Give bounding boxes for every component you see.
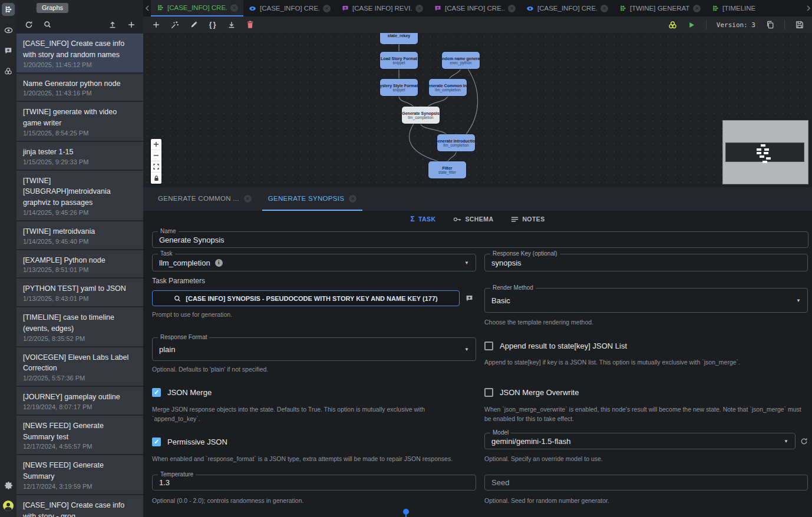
graph-list-item[interactable]: [EXAMPLE] Python node 1/13/2025, 8:51:01… <box>16 250 143 278</box>
graph-tab[interactable]: [TWINE] GENERAT... <box>613 0 706 16</box>
response-key-field[interactable]: Response Key (optional) synopsis <box>484 254 808 271</box>
tab-close-icon[interactable] <box>600 5 608 12</box>
tab-close-icon[interactable] <box>693 5 701 12</box>
tab-close-icon[interactable] <box>508 5 516 12</box>
json-merge-overwrite-checkbox-row[interactable]: JSON Merge Overwrite <box>484 388 579 397</box>
graph-node[interactable]: Generate Introduction llm_completion <box>437 134 475 151</box>
response-format-select[interactable]: Response Format plain <box>152 337 476 361</box>
tab-type-icon <box>156 4 164 12</box>
tabs-scroll-left-icon[interactable] <box>143 0 151 16</box>
minimap-node <box>766 157 771 160</box>
graph-list-item[interactable]: Name Generator python node 1/20/2025, 11… <box>16 74 143 101</box>
rail-account-button[interactable] <box>2 499 15 512</box>
minimap[interactable] <box>723 121 808 184</box>
zoom-out-button[interactable] <box>151 150 161 161</box>
graph-list-item[interactable]: [CASE_INFO] Create case info with story … <box>16 34 143 72</box>
graph-node[interactable]: Mystery Style Format... snippet <box>380 79 418 96</box>
panel-resize-handle[interactable] <box>403 509 409 515</box>
graph-tab[interactable]: [TIMELINE <box>706 0 798 16</box>
edit-pen-icon[interactable] <box>189 21 198 29</box>
auto-layout-wand-icon[interactable] <box>170 21 179 29</box>
node-editor-tab[interactable]: GENERATE COMMON ... <box>152 187 258 211</box>
graph-node[interactable]: Load Story Format snippet <box>380 52 418 69</box>
permissive-json-checkbox-row[interactable]: Permissive JSON <box>152 438 227 446</box>
lock-button[interactable] <box>151 173 161 184</box>
graph-list-item[interactable]: [TIMELINE] case to timeline (events, edg… <box>16 307 143 346</box>
copy-icon[interactable] <box>765 21 774 29</box>
zoom-in-button[interactable] <box>151 139 161 150</box>
graph-list-item[interactable]: [TWINE] generate with video game writer … <box>16 102 143 141</box>
temperature-field[interactable]: Temperature 1.3 <box>152 475 476 491</box>
graph-node[interactable]: Filter state_filter <box>428 161 466 178</box>
rail-hooks-button[interactable] <box>2 65 15 78</box>
add-node-icon[interactable] <box>151 21 160 29</box>
append-to-key-checkbox[interactable] <box>484 342 493 350</box>
graph-node[interactable]: random name genera... exec_python <box>442 52 480 69</box>
graph-list-item[interactable]: [VOICEGEN] Eleven Labs Label Correction … <box>16 347 143 386</box>
append-to-key-helper: Append to state[key] if key is a JSON li… <box>484 357 806 367</box>
prompt-annotation-icon[interactable] <box>464 293 474 303</box>
model-refresh-icon[interactable] <box>799 436 808 446</box>
json-braces-icon[interactable]: { } <box>208 21 217 29</box>
graph-list-item[interactable]: [CASE_INFO] Create case info with story … <box>16 495 143 517</box>
graph-list-item[interactable]: [JOURNEY] gameplay outline 12/19/2024, 8… <box>16 387 143 415</box>
seed-field[interactable]: Seed <box>484 475 808 491</box>
graph-list-item[interactable]: jinja tester 1-15 1/15/2025, 9:29:33 PM <box>16 142 143 170</box>
rail-preview-button[interactable] <box>2 24 15 37</box>
graph-tab[interactable]: [CASE_INFO] CRE... <box>521 0 613 16</box>
editor-subtab[interactable]: Σ TASK <box>410 215 435 223</box>
add-graph-icon[interactable] <box>127 20 136 29</box>
tab-close-icon[interactable] <box>415 5 423 12</box>
rail-settings-button[interactable] <box>2 479 15 492</box>
rail-graphs-button[interactable] <box>2 3 15 16</box>
tab-close-icon[interactable] <box>323 5 331 12</box>
editor-subtab[interactable]: SCHEMA <box>453 216 493 223</box>
refresh-icon[interactable] <box>24 20 33 29</box>
rail-comment-button[interactable] <box>2 44 15 57</box>
prompt-select-button[interactable]: [CASE INFO] SYNOPSIS - PSEUDOCODE WITH S… <box>152 290 460 306</box>
graph-tab[interactable]: [CASE_INFO] CRE... <box>151 0 243 16</box>
tabs-scroll-right-icon[interactable] <box>804 0 812 16</box>
tab-close-icon[interactable] <box>349 195 357 203</box>
tab-close-icon[interactable] <box>244 195 252 203</box>
graph-canvas[interactable]: state_rekey Load Story Format snippet ra… <box>143 33 812 187</box>
upload-icon[interactable] <box>108 20 117 29</box>
graph-node[interactable]: state_rekey <box>380 33 418 44</box>
name-field[interactable]: Name Generate Synopsis <box>152 231 808 248</box>
delete-trash-icon[interactable] <box>246 21 255 29</box>
graph-list-item[interactable]: [PYTHON TEST] yaml to JSON 1/13/2025, 8:… <box>16 279 143 306</box>
json-merge-checkbox-row[interactable]: JSON Merge <box>152 388 212 397</box>
tab-type-icon <box>619 5 626 12</box>
graph-node[interactable]: Generate Common Info llm_completion <box>429 79 467 96</box>
graph-tab[interactable]: [CASE INFO] REVI... <box>336 0 428 16</box>
node-editor-panel: GENERATE COMMON ... GENERATE SYNOPSIS Σ … <box>143 187 812 517</box>
test-knot-icon[interactable] <box>668 21 677 29</box>
render-method-select[interactable]: Render Method Basic <box>484 288 808 313</box>
response-key-value: synopsis <box>491 258 521 267</box>
download-icon[interactable] <box>227 21 236 29</box>
append-to-key-checkbox-row[interactable]: Append result to state[key] JSON List <box>484 342 627 350</box>
info-icon[interactable] <box>215 259 223 267</box>
model-select[interactable]: Model gemini/gemini-1.5-flash <box>484 433 796 449</box>
json-merge-checkbox[interactable] <box>152 388 161 397</box>
task-select[interactable]: Task llm_completion <box>152 254 476 271</box>
graph-item-timestamp: 1/2/2025, 8:35:52 PM <box>23 335 137 342</box>
graph-list-item[interactable]: [TWINE] metroidvania 1/14/2025, 9:45:40 … <box>16 221 143 249</box>
graph-tab[interactable]: [CASE INFO] CRE... <box>428 0 521 16</box>
graph-list-item[interactable]: [NEWS FEED] Generate Summary test 12/17/… <box>16 416 143 455</box>
graph-node[interactable]: Generate Synopsis llm_completion <box>402 107 440 124</box>
node-editor-tab[interactable]: GENERATE SYNOPSIS <box>262 187 363 211</box>
save-icon[interactable] <box>795 21 804 29</box>
graph-list-item[interactable]: [TWINE][SUBGRAPH]metroidvania graphviz t… <box>16 171 143 220</box>
search-icon[interactable] <box>43 20 52 29</box>
graph-tab[interactable]: [CASE_INFO] CRE... <box>243 0 336 16</box>
chevron-down-icon <box>464 347 469 352</box>
run-play-icon[interactable] <box>687 21 696 29</box>
tabs-strip: [CASE_INFO] CRE... [CASE_INFO] CRE... [C… <box>151 0 804 16</box>
json-merge-overwrite-checkbox[interactable] <box>484 388 493 397</box>
editor-subtab[interactable]: NOTES <box>511 216 544 223</box>
graph-list-item[interactable]: [NEWS FEED] Generate Summary 12/17/2024,… <box>16 455 143 494</box>
tab-close-icon[interactable] <box>230 4 238 12</box>
permissive-json-checkbox[interactable] <box>152 438 161 446</box>
fit-view-button[interactable] <box>151 161 161 173</box>
